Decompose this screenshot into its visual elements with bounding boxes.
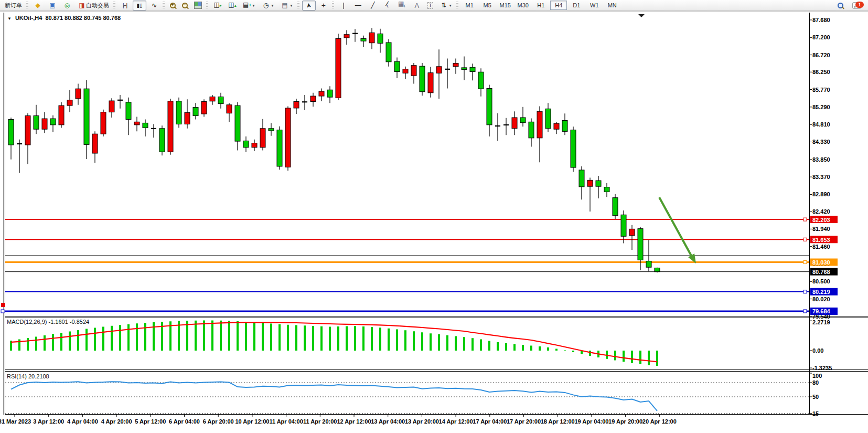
notification-button[interactable]: 1 — [847, 1, 866, 10]
time-tick: 19 Apr 04:00 — [574, 418, 608, 425]
label-button[interactable]: T — [425, 1, 436, 10]
macd-bar — [111, 326, 113, 351]
line-handle[interactable] — [803, 261, 807, 264]
grid-icon: ▦F — [398, 0, 406, 10]
tile-windows-icon — [194, 2, 202, 9]
candlestick-chart-icon: ▮▯ — [135, 2, 144, 9]
sounds-button[interactable]: ◎ — [60, 1, 74, 10]
time-tick: 31 Mar 2023 — [0, 418, 31, 425]
price-tick: 83.850 — [812, 156, 830, 163]
macd-bar — [413, 331, 415, 351]
vertical-line-button[interactable]: | — [337, 1, 350, 10]
candle-down — [143, 123, 148, 128]
candle-up — [587, 180, 593, 186]
grid-button[interactable]: ▦F — [395, 1, 409, 10]
fibonacci-button[interactable]: ∕∕E — [381, 1, 394, 10]
candle-up — [168, 101, 173, 152]
one-click-trading-toggle[interactable]: ▼ — [7, 16, 12, 21]
candle-up — [252, 143, 257, 147]
tile-windows-button[interactable] — [191, 1, 205, 10]
object-anchor-blue[interactable] — [1, 310, 4, 313]
candle-down — [420, 66, 425, 92]
timeframe-m5[interactable]: M5 — [479, 1, 496, 10]
timeframe-mn[interactable]: MN — [604, 1, 620, 10]
text-button[interactable]: A — [410, 1, 424, 10]
macd-bar — [85, 329, 88, 351]
candle-up — [59, 105, 64, 125]
time-tick: 20 Apr 12:00 — [642, 418, 677, 425]
macd-bar — [539, 346, 541, 351]
autotrading-icon: ◨ — [78, 2, 86, 9]
price-tag-text: 82.203 — [812, 217, 830, 223]
search-button[interactable] — [835, 1, 846, 10]
time-tick: 11 Apr 20:00 — [303, 418, 337, 425]
timeframe-m1[interactable]: M1 — [461, 1, 478, 10]
toolbar-grip — [332, 2, 334, 9]
autotrading-button[interactable]: ◨ 自动交易 — [75, 1, 112, 10]
macd-bar — [404, 330, 406, 351]
horizontal-line-button[interactable]: — — [351, 1, 365, 10]
new-chart-icon: ▤+ — [243, 1, 251, 9]
candle-down — [84, 89, 89, 144]
time-tick: 4 Apr 04:00 — [67, 418, 98, 425]
candle-down — [34, 116, 39, 130]
time-tick: 10 Apr 12:00 — [235, 418, 269, 425]
line-handle[interactable] — [803, 218, 807, 221]
profile-next-button[interactable]: ◫▴ — [226, 1, 239, 10]
bar-chart-button[interactable]: |⌐| — [118, 1, 132, 10]
candle-up — [67, 100, 72, 105]
candle-down — [386, 43, 391, 62]
candle-down — [604, 187, 609, 192]
new-chart-button[interactable]: ▤+▼ — [240, 1, 258, 10]
zoom-in-button[interactable]: + — [167, 1, 178, 10]
period-clock-button[interactable]: ◷▼ — [259, 1, 277, 10]
macd-bar — [295, 325, 297, 351]
macd-bar — [488, 341, 490, 351]
macd-bar — [522, 345, 524, 351]
search-icon — [838, 3, 843, 8]
profile-button[interactable]: ◫▸ — [211, 1, 224, 10]
profile-next-icon: ◫▴ — [228, 1, 237, 9]
line-handle[interactable] — [803, 290, 807, 293]
timeframe-d1[interactable]: D1 — [568, 1, 585, 10]
chart-canvas[interactable]: 87.68087.20086.72086.25085.77085.29084.8… — [0, 11, 868, 433]
new-order-button[interactable]: 新订单 — [2, 1, 25, 10]
macd-bar — [320, 326, 323, 351]
candle-up — [227, 105, 232, 113]
object-anchor-red[interactable] — [1, 303, 5, 307]
timeframe-m15[interactable]: M15 — [497, 1, 513, 10]
cursor-button[interactable]: ➤ — [302, 1, 316, 10]
price-tick: 80.020 — [812, 296, 830, 302]
signals-button[interactable]: ▣ — [46, 1, 59, 10]
timeframe-w1[interactable]: W1 — [586, 1, 603, 10]
line-handle[interactable] — [803, 238, 807, 241]
expert-advisor-button[interactable]: ◆ — [31, 1, 45, 10]
candle-up — [109, 101, 114, 112]
zoom-out-button[interactable]: − — [179, 1, 190, 10]
timeframe-h1[interactable]: H1 — [532, 1, 549, 10]
template-button[interactable]: ▤▼ — [278, 1, 296, 10]
line-handle[interactable] — [803, 310, 807, 313]
candle-doji — [151, 128, 156, 129]
macd-bar — [253, 322, 255, 351]
macd-bar — [211, 321, 213, 351]
chart-title: ▼UKOil-,H4 80.871 80.882 80.745 80.768 — [7, 15, 121, 21]
macd-bar — [656, 351, 658, 366]
price-tag-text: 80.768 — [812, 269, 830, 275]
candle-doji — [352, 33, 358, 34]
time-tick: 11 Apr 04:00 — [269, 418, 303, 425]
timeframe-h4[interactable]: H4 — [550, 1, 567, 10]
line-chart-button[interactable]: ∿ — [147, 1, 161, 10]
timeframe-m30[interactable]: M30 — [515, 1, 531, 10]
crosshair-button[interactable]: + — [317, 1, 330, 10]
chart-window: 87.68087.20086.72086.25085.77085.29084.8… — [0, 11, 868, 433]
trendline-button[interactable]: ╱ — [366, 1, 380, 10]
candlestick-chart-button[interactable]: ▮▯ — [133, 1, 146, 10]
macd-bar — [287, 325, 289, 351]
profile-icon: ◫▸ — [213, 1, 222, 9]
macd-bar — [455, 336, 457, 351]
candle-down — [8, 119, 14, 145]
arrows-button[interactable]: ⇅▼ — [437, 1, 455, 10]
candle-down — [470, 67, 475, 71]
macd-bar — [430, 333, 432, 351]
